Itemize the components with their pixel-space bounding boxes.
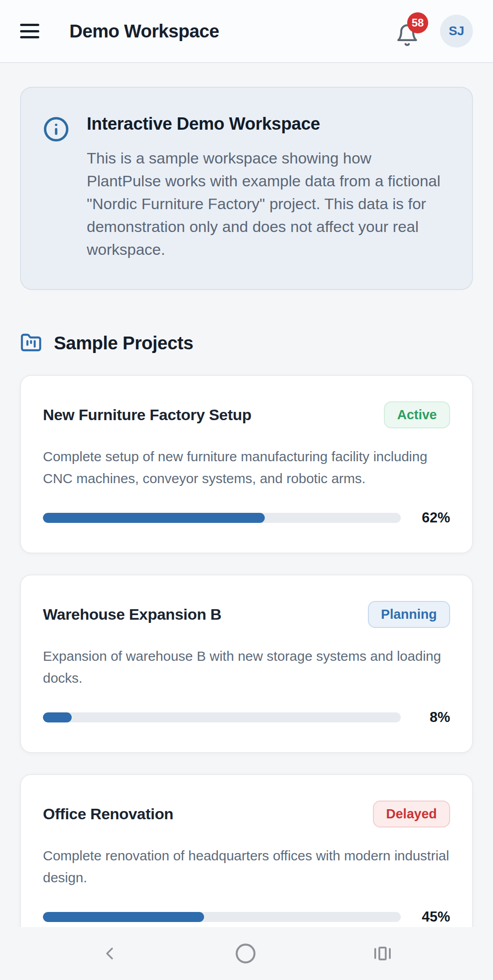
- main-content: Interactive Demo Workspace This is a sam…: [0, 87, 493, 980]
- header-actions: 58 SJ: [395, 15, 473, 47]
- progress-bar: [43, 712, 401, 722]
- progress-fill: [43, 912, 204, 922]
- progress-percent: 8%: [414, 709, 450, 726]
- info-banner: Interactive Demo Workspace This is a sam…: [20, 87, 473, 290]
- status-badge: Delayed: [373, 801, 450, 827]
- home-circle-icon: [234, 942, 257, 965]
- project-title: Office Renovation: [43, 805, 173, 823]
- status-badge: Active: [384, 401, 450, 428]
- project-description: Complete setup of new furniture manufact…: [43, 446, 450, 490]
- info-banner-body: This is a sample workspace showing how P…: [87, 147, 448, 261]
- section-title-projects: Sample Projects: [54, 333, 193, 353]
- avatar[interactable]: SJ: [440, 15, 473, 47]
- hamburger-menu-button[interactable]: [20, 23, 40, 39]
- status-badge: Planning: [368, 601, 450, 628]
- progress-bar: [43, 912, 401, 922]
- progress-fill: [43, 712, 72, 722]
- section-heading-projects: Sample Projects: [20, 332, 473, 354]
- progress-percent: 62%: [414, 510, 450, 526]
- info-banner-title: Interactive Demo Workspace: [87, 114, 448, 134]
- project-description: Expansion of warehouse B with new storag…: [43, 645, 450, 689]
- page-title: Demo Workspace: [69, 21, 219, 42]
- folder-kanban-icon: [20, 332, 42, 354]
- notification-badge: 58: [407, 12, 428, 33]
- back-button[interactable]: [100, 943, 120, 964]
- project-card[interactable]: New Furniture Factory Setup Active Compl…: [20, 375, 473, 553]
- android-navigation-bar: [0, 927, 493, 980]
- project-card[interactable]: Office Renovation Delayed Complete renov…: [20, 774, 473, 953]
- info-banner-text: Interactive Demo Workspace This is a sam…: [87, 114, 448, 261]
- progress-fill: [43, 513, 265, 523]
- notifications-button[interactable]: 58: [395, 15, 422, 47]
- project-description: Complete renovation of headquarters offi…: [43, 845, 450, 889]
- recents-icon: [372, 943, 393, 964]
- project-title: New Furniture Factory Setup: [43, 406, 252, 424]
- app-header: Demo Workspace 58 SJ: [0, 0, 493, 63]
- project-title: Warehouse Expansion B: [43, 606, 221, 623]
- recents-button[interactable]: [372, 943, 393, 964]
- home-button[interactable]: [234, 942, 257, 965]
- project-card[interactable]: Warehouse Expansion B Planning Expansion…: [20, 574, 473, 753]
- info-icon: [43, 116, 69, 142]
- progress-percent: 45%: [414, 909, 450, 925]
- progress-bar: [43, 513, 401, 523]
- hamburger-icon: [20, 24, 39, 26]
- back-icon: [100, 943, 120, 964]
